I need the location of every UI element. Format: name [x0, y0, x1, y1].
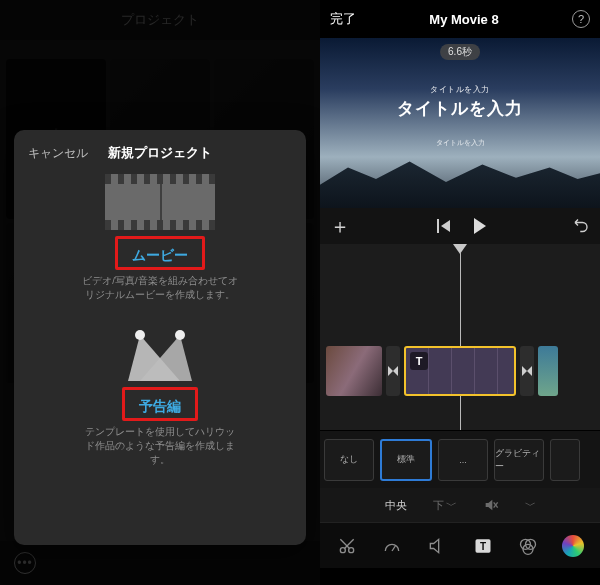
style-chip-label: なし	[340, 453, 358, 466]
timeline[interactable]: T	[320, 244, 600, 430]
style-chip[interactable]: ...	[438, 439, 488, 481]
cut-tool-button[interactable]	[330, 531, 364, 561]
style-chip-label: ...	[459, 455, 467, 465]
highlight-trailer: 予告編	[122, 387, 198, 421]
clip-selected[interactable]: T	[404, 346, 516, 396]
position-center[interactable]: 中央	[385, 498, 407, 513]
transition-handle[interactable]	[386, 346, 400, 396]
style-chip-label: 標準	[397, 453, 415, 466]
sheet-title: 新規プロジェクト	[108, 144, 212, 162]
help-icon[interactable]: ?	[572, 10, 590, 28]
color-wheel-icon	[562, 535, 584, 557]
clip[interactable]	[326, 346, 382, 396]
chevron-down-icon: ﹀	[525, 498, 536, 513]
svg-text:T: T	[480, 541, 486, 552]
title-position-row: 中央 下 ﹀ ﹀	[320, 488, 600, 522]
title-style-row[interactable]: なし 標準 ... グラビティー	[320, 430, 600, 488]
highlight-movie: ムービー	[115, 236, 205, 270]
editor-toolbar: T	[320, 522, 600, 568]
play-button[interactable]	[474, 218, 486, 234]
title-tiny: タイトルを入力	[320, 138, 600, 148]
audio-tool-button[interactable]	[420, 531, 454, 561]
transport-bar: ＋	[320, 208, 600, 244]
title-subtitle: タイトルを入力	[320, 84, 600, 95]
svg-marker-5	[393, 366, 398, 376]
duration-badge: 6.6秒	[440, 44, 480, 60]
mute-icon[interactable]	[483, 497, 499, 513]
style-chip-label: グラビティー	[495, 447, 543, 473]
sheet-header: キャンセル 新規プロジェクト	[28, 140, 292, 166]
style-chip-none[interactable]: なし	[324, 439, 374, 481]
cancel-button[interactable]: キャンセル	[28, 145, 88, 162]
spotlight-icon	[124, 329, 196, 381]
skip-start-button[interactable]	[437, 219, 450, 233]
style-chip-standard[interactable]: 標準	[380, 439, 432, 481]
style-chip-gravity[interactable]: グラビティー	[494, 439, 544, 481]
svg-marker-6	[522, 366, 527, 376]
trailer-description: テンプレートを使用してハリウッ ド作品のような予告編を作成しま す。	[85, 425, 235, 468]
style-chip[interactable]	[550, 439, 580, 481]
position-down[interactable]: 下 ﹀	[433, 498, 457, 513]
new-project-sheet: キャンセル 新規プロジェクト ムービー ビデオ/写真/音楽を組み合わせてオ リジ…	[14, 130, 306, 545]
undo-button[interactable]	[572, 215, 590, 237]
clip[interactable]	[538, 346, 558, 396]
trailer-option[interactable]: 予告編	[139, 398, 181, 416]
title-main: タイトルを入力	[320, 97, 600, 120]
filter-tool-button[interactable]	[511, 531, 545, 561]
svg-marker-7	[527, 366, 532, 376]
transition-handle[interactable]	[520, 346, 534, 396]
svg-point-2	[135, 330, 145, 340]
preview-artwork	[320, 150, 600, 208]
show-more-icon[interactable]: ﹀	[525, 498, 536, 513]
editor-header: 完了 My Movie 8 ?	[320, 0, 600, 38]
project-browser-screen: プロジェクト ＋ My Movie 3 My Movie 1 ••• キャンセル…	[0, 0, 320, 585]
title-overlay[interactable]: タイトルを入力 タイトルを入力 タイトルを入力	[320, 84, 600, 148]
title-badge-icon: T	[410, 352, 428, 370]
svg-marker-4	[388, 366, 393, 376]
done-button[interactable]: 完了	[330, 10, 356, 28]
add-media-button[interactable]: ＋	[330, 213, 350, 240]
project-title: My Movie 8	[429, 12, 498, 27]
title-tool-button[interactable]: T	[466, 531, 500, 561]
color-tool-button[interactable]	[556, 531, 590, 561]
filmstrip-icon	[105, 174, 215, 230]
svg-point-3	[175, 330, 185, 340]
editor-screen: 完了 My Movie 8 ? 6.6秒 タイトルを入力 タイトルを入力 タイト…	[320, 0, 600, 585]
video-track: T	[320, 344, 600, 398]
playhead-line[interactable]	[460, 253, 461, 430]
movie-option[interactable]: ムービー	[132, 247, 188, 265]
movie-description: ビデオ/写真/音楽を組み合わせてオ リジナルムービーを作成します。	[82, 274, 237, 303]
preview-viewport[interactable]: 6.6秒 タイトルを入力 タイトルを入力 タイトルを入力	[320, 38, 600, 208]
chevron-down-icon: ﹀	[446, 498, 457, 513]
speed-tool-button[interactable]	[375, 531, 409, 561]
